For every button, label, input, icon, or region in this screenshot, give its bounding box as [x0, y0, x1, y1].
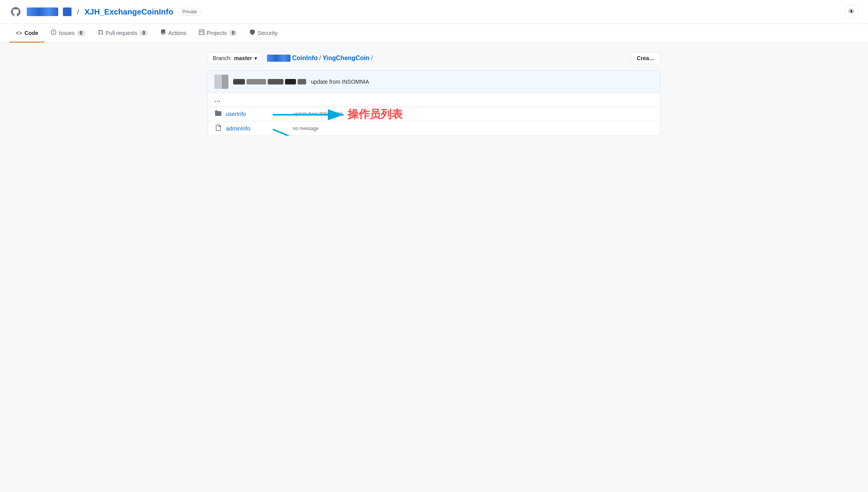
branch-label: Branch: [213, 55, 232, 61]
tab-code-label: Code [24, 30, 38, 36]
commit-user-bar-4 [285, 79, 296, 84]
tab-issues[interactable]: Issues 0 [44, 24, 91, 42]
breadcrumb-coininfo-link[interactable]: CoinInfo [292, 55, 318, 62]
top-header: / XJH_ExchangeCoinInfo Private 👁 [0, 0, 868, 24]
tab-pull-requests-label: Pull requests [106, 30, 138, 36]
path-separator: / [77, 8, 79, 16]
tab-pull-requests[interactable]: Pull requests 0 [92, 24, 154, 42]
parent-dir-link[interactable]: … [214, 96, 221, 103]
commit-user-bar-1 [233, 79, 245, 84]
issues-icon [51, 29, 56, 36]
github-logo-icon [9, 6, 22, 18]
file-table: update from INSOMNIA … userInfo update f… [208, 70, 660, 136]
tab-actions[interactable]: Actions [154, 24, 193, 42]
tab-security-label: Security [257, 30, 278, 36]
commit-user-bar-5 [298, 79, 306, 84]
branch-selector[interactable]: Branch: master ▾ [208, 52, 262, 64]
user-avatar-square [63, 7, 72, 16]
breadcrumb-sep1: / [319, 55, 321, 62]
projects-count-badge: 0 [229, 30, 237, 36]
folder-icon [214, 110, 222, 118]
table-row: adminInfo no message 管理员配置信息 [208, 121, 660, 136]
tab-security[interactable]: Security [243, 24, 284, 42]
tab-code[interactable]: <> Code [9, 24, 44, 42]
breadcrumb-yingchengcoin-link[interactable]: YingChengCoin [323, 55, 370, 62]
tab-actions-label: Actions [168, 30, 186, 36]
repo-name-link[interactable]: XJH_ExchangeCoinInfo [85, 7, 173, 17]
header-right: 👁 [844, 5, 859, 19]
watch-button[interactable]: 👁 [844, 5, 859, 19]
commit-user-bar-2 [246, 79, 266, 84]
admininfo-file-link[interactable]: adminInfo [226, 125, 289, 132]
breadcrumb-avatar-bar [267, 55, 291, 62]
commit-user-bar-3 [268, 79, 283, 84]
userinfo-commit-msg: update from INSOMNIA [293, 111, 654, 117]
branch-dropdown-icon: ▾ [254, 55, 257, 61]
commit-author-avatar [214, 75, 228, 89]
code-icon: <> [16, 30, 22, 36]
user-avatar-bar [27, 7, 58, 16]
tab-navigation: <> Code Issues 0 Pull requests 0 Actions… [0, 24, 868, 43]
breadcrumb: CoinInfo / YingChengCoin / [267, 55, 373, 62]
pull-requests-count-badge: 0 [140, 30, 148, 36]
commit-row: update from INSOMNIA [208, 71, 660, 93]
tab-projects[interactable]: Projects 0 [193, 24, 243, 42]
parent-directory-row[interactable]: … [208, 93, 660, 107]
table-row: userInfo update from INSOMNIA 操作员列表 [208, 107, 660, 121]
repo-toolbar: Branch: master ▾ CoinInfo / YingChengCoi… [208, 52, 660, 64]
branch-name: master [234, 55, 252, 61]
create-button[interactable]: Crea… [631, 52, 660, 64]
file-icon [214, 125, 222, 132]
pull-request-icon [98, 29, 103, 36]
projects-icon [199, 29, 204, 36]
main-content: Branch: master ▾ CoinInfo / YingChengCoi… [198, 52, 670, 136]
commit-message: update from INSOMNIA [311, 79, 369, 85]
security-icon [250, 29, 255, 36]
userinfo-folder-link[interactable]: userInfo [226, 111, 289, 117]
tab-projects-label: Projects [207, 30, 227, 36]
issues-count-badge: 0 [77, 30, 85, 36]
actions-icon [160, 29, 166, 36]
breadcrumb-sep2: / [371, 55, 373, 62]
tab-issues-label: Issues [59, 30, 74, 36]
admininfo-commit-msg: no message [293, 126, 654, 131]
commit-user-info [233, 79, 306, 84]
visibility-badge: Private [178, 8, 201, 16]
